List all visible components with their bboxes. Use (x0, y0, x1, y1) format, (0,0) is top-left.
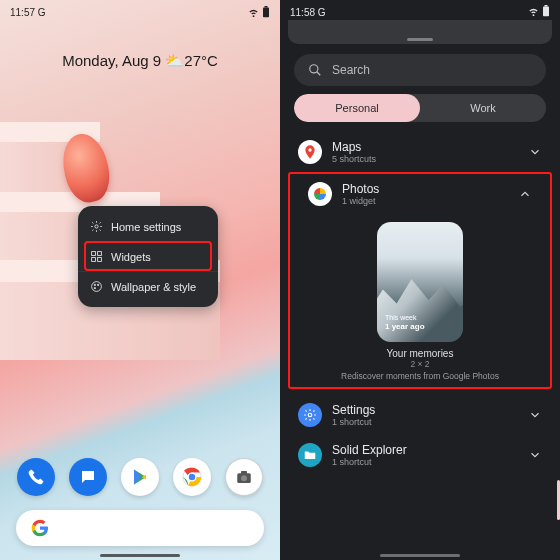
menu-widgets[interactable]: Widgets (84, 241, 212, 271)
svg-point-9 (97, 284, 98, 285)
row-subtitle: 1 shortcut (332, 457, 518, 467)
widgets-icon (90, 250, 103, 263)
svg-point-23 (308, 413, 312, 417)
chevron-down-icon (528, 408, 542, 422)
folder-icon (303, 448, 317, 462)
row-subtitle: 1 widget (342, 196, 508, 206)
tab-personal[interactable]: Personal (294, 94, 420, 122)
tab-work[interactable]: Work (420, 94, 546, 122)
widget-size: 2 × 2 (290, 359, 550, 369)
row-subtitle: 1 shortcut (332, 417, 518, 427)
svg-rect-5 (92, 258, 96, 262)
highlight-photos-section: Photos1 widget This week 1 year ago Your… (288, 172, 552, 389)
row-subtitle: 5 shortcuts (332, 154, 518, 164)
svg-rect-0 (263, 8, 269, 18)
messages-icon (79, 468, 97, 486)
widget-row-maps[interactable]: Maps5 shortcuts (280, 132, 560, 172)
solid-explorer-app-icon (298, 443, 322, 467)
menu-label: Home settings (111, 221, 181, 233)
widget-picker[interactable]: 11:58 G Search Personal Work Maps5 short… (280, 0, 560, 560)
menu-label: Widgets (111, 251, 151, 263)
chevron-down-icon (528, 145, 542, 159)
tab-label: Work (470, 102, 495, 114)
tab-label: Personal (335, 102, 378, 114)
svg-rect-1 (265, 6, 268, 8)
svg-point-2 (95, 225, 98, 228)
row-title: Solid Explorer (332, 443, 518, 457)
phone-app[interactable] (17, 458, 55, 496)
widget-row-photos[interactable]: Photos1 widget (290, 174, 550, 214)
sheet-handle-area[interactable] (288, 20, 552, 44)
google-logo-icon (30, 518, 50, 538)
search-icon (308, 63, 322, 77)
nav-handle[interactable] (100, 554, 180, 557)
profile-tabs: Personal Work (294, 94, 546, 122)
palette-icon (90, 280, 103, 293)
clock: 11:57 (10, 7, 35, 18)
app-dock (0, 458, 280, 496)
row-title: Maps (332, 140, 518, 154)
widget-row-solid-explorer[interactable]: Solid Explorer1 shortcut (280, 435, 560, 475)
search-placeholder: Search (332, 63, 370, 77)
camera-app[interactable] (225, 458, 263, 496)
menu-label: Wallpaper & style (111, 281, 196, 293)
photos-app-icon (308, 182, 332, 206)
google-indicator: G (318, 7, 326, 18)
menu-wallpaper-style[interactable]: Wallpaper & style (78, 271, 218, 301)
home-context-menu: Home settings Widgets Wallpaper & style (78, 206, 218, 307)
preview-line2: 1 year ago (385, 322, 425, 332)
widget-row-settings[interactable]: Settings1 shortcut (280, 395, 560, 435)
menu-home-settings[interactable]: Home settings (78, 212, 218, 241)
home-screen[interactable]: 11:57 G Monday, Aug 9 ⛅27°C Home setting… (0, 0, 280, 560)
widget-preview-memories[interactable]: This week 1 year ago (377, 222, 463, 342)
status-bar-left: 11:57 G (0, 0, 280, 20)
gear-icon (303, 408, 317, 422)
row-title: Settings (332, 403, 518, 417)
wifi-icon (528, 6, 539, 17)
settings-app-icon (298, 403, 322, 427)
svg-line-21 (317, 72, 321, 76)
google-indicator: G (38, 7, 46, 18)
nav-handle[interactable] (380, 554, 460, 557)
widget-title: Your memories (290, 348, 550, 359)
play-icon (131, 468, 149, 486)
maps-app-icon (298, 140, 322, 164)
messages-app[interactable] (69, 458, 107, 496)
photos-pinwheel-icon (312, 186, 328, 202)
status-bar-right: 11:58 G (280, 0, 560, 20)
svg-point-8 (94, 284, 95, 285)
svg-point-10 (94, 287, 95, 288)
maps-pin-icon (302, 144, 318, 160)
widget-search[interactable]: Search (294, 54, 546, 86)
wifi-icon (248, 7, 259, 18)
svg-point-22 (308, 148, 311, 151)
google-search-bar[interactable] (16, 510, 264, 546)
svg-rect-3 (92, 252, 96, 256)
chevron-up-icon (518, 187, 532, 201)
phone-icon (27, 468, 45, 486)
svg-rect-4 (98, 252, 102, 256)
row-title: Photos (342, 182, 508, 196)
svg-rect-18 (543, 7, 549, 17)
battery-icon (262, 6, 270, 18)
battery-icon (542, 5, 550, 17)
preview-caption: This week 1 year ago (385, 314, 425, 332)
widget-description: Rediscover moments from Google Photos (290, 371, 550, 381)
svg-rect-6 (98, 258, 102, 262)
chrome-icon (181, 466, 203, 488)
svg-point-20 (310, 65, 318, 73)
chrome-app[interactable] (173, 458, 211, 496)
gear-icon (90, 220, 103, 233)
svg-point-16 (241, 475, 247, 481)
clock: 11:58 (290, 7, 315, 18)
chevron-down-icon (528, 448, 542, 462)
play-store-app[interactable] (121, 458, 159, 496)
svg-rect-19 (545, 5, 548, 7)
svg-rect-17 (241, 471, 247, 474)
svg-point-7 (92, 282, 102, 292)
camera-icon (235, 468, 253, 486)
preview-line1: This week (385, 314, 417, 321)
